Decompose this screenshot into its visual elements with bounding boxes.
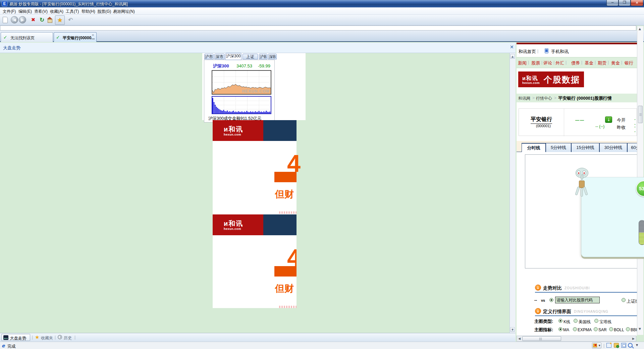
forward-button[interactable]: ▶	[19, 16, 26, 23]
cascade-windows-icon[interactable]	[621, 343, 626, 348]
menu-edit[interactable]: 编辑(E)	[18, 9, 32, 14]
prev-close-label: 昨收	[617, 124, 626, 131]
nav-news[interactable]: 新闻	[518, 60, 527, 66]
popup-tab-shanghai[interactable]: 沪市	[204, 54, 214, 59]
nav-futures[interactable]: 期货	[598, 60, 606, 66]
radio-pagoda[interactable]	[594, 319, 598, 323]
nav-funds[interactable]: 基金	[585, 60, 593, 66]
popup-blocker-button[interactable]: ✖ ▼	[592, 343, 601, 348]
intranet-icon[interactable]	[614, 343, 619, 348]
favorites-label[interactable]: 收藏夹	[41, 335, 53, 341]
chart-tab-5min[interactable]: 5分钟线	[546, 143, 571, 152]
opt-pagoda[interactable]: 宝塔线	[599, 319, 611, 325]
compare-option-label[interactable]: 上证综指	[627, 298, 637, 304]
vscroll-thumb[interactable]	[638, 106, 643, 123]
nav-bank[interactable]: 银行	[625, 60, 633, 66]
scroll-down-icon[interactable]: ▼	[510, 327, 515, 332]
scroll-up-icon[interactable]: ▲	[510, 54, 515, 59]
left-pane-close-icon[interactable]: ✕	[510, 44, 514, 50]
menu-view[interactable]: 查看(V)	[34, 9, 48, 14]
chart-tab-15min[interactable]: 15分钟线	[571, 143, 599, 152]
secondary-address-strip[interactable]	[0, 26, 636, 31]
undo-button[interactable]: ↶	[66, 16, 75, 24]
widget-slider[interactable]	[639, 220, 644, 245]
nav-gold[interactable]: 黄金	[611, 60, 620, 66]
radio-bbi[interactable]	[626, 327, 630, 331]
compare-code-input[interactable]	[555, 297, 600, 303]
stop-button[interactable]: ✖	[29, 16, 38, 24]
menu-stock[interactable]: 股票(G)	[97, 9, 111, 14]
radio-ma[interactable]	[558, 327, 562, 331]
mascot-character[interactable]	[573, 168, 590, 200]
compare-radio-code[interactable]	[549, 298, 553, 302]
desktop-widget-panel[interactable]	[581, 177, 644, 257]
menu-sites[interactable]: 易游网址(N)	[113, 9, 135, 14]
nav-bonds[interactable]: 债券	[571, 60, 580, 66]
ad-navy-block	[263, 214, 297, 235]
minimize-button[interactable]: ─	[606, 0, 619, 6]
left-pane-scrollbar[interactable]: ▲ ▼	[509, 53, 516, 333]
hexun-hscrollbar[interactable]: ◀ ▶	[517, 336, 636, 342]
hexun-mobile-link[interactable]: 手机和讯	[551, 49, 569, 55]
slider-lower	[639, 233, 644, 245]
opt-kline[interactable]: K线	[564, 319, 570, 325]
favorites-button[interactable]: ★	[55, 15, 65, 25]
compare-radio-szzz[interactable]	[622, 298, 626, 302]
chart-tab-realtime[interactable]: 分时线	[522, 143, 546, 152]
scroll-right-icon[interactable]: ▶	[632, 337, 635, 340]
popup-tab-hu-b[interactable]: 沪B	[259, 54, 267, 59]
new-page-icon[interactable]	[3, 17, 8, 23]
menu-file[interactable]: 文件(F)	[3, 9, 16, 14]
popup-tab-hs300[interactable]: 沪深300	[225, 53, 241, 60]
menu-help[interactable]: 帮助(H)	[82, 9, 95, 14]
opt-bbi[interactable]: BBI	[631, 328, 637, 332]
opt-boll[interactable]: BOLL	[614, 328, 624, 332]
compare-left: --	[534, 298, 537, 303]
index-popup: 沪市 深市 沪深300 上证180 沪B 深B 沪深300 3407.53 -5…	[202, 53, 286, 122]
history-label[interactable]: 历史	[64, 335, 72, 341]
hscroll-thumb[interactable]	[522, 336, 561, 341]
back-button[interactable]: ◀	[11, 16, 18, 23]
opt-expma[interactable]: EXPMA	[578, 328, 592, 332]
opt-ma[interactable]: MA	[563, 328, 569, 332]
crumb-center[interactable]: 行情中心	[536, 96, 552, 101]
scroll-left-icon[interactable]: ◀	[518, 337, 521, 340]
radio-kline[interactable]	[558, 319, 562, 323]
market-trend-button[interactable]: 大盘走势	[1, 334, 30, 341]
crumb-hexun[interactable]: 和讯网	[518, 96, 530, 101]
radio-usline[interactable]	[574, 319, 578, 323]
nav-stock[interactable]: 股票	[531, 60, 540, 66]
scroll-down-icon[interactable]: ▼	[639, 327, 641, 331]
zoom-dropdown-icon[interactable]: ▼	[636, 344, 638, 347]
hexun-ad-1[interactable]: и和讯 hexun.com 4 但财	[213, 120, 297, 214]
popup-tab-shenzhen[interactable]: 深市	[214, 54, 225, 59]
home-button[interactable]	[47, 17, 52, 23]
stock-name[interactable]: 平安银行	[531, 116, 552, 124]
restore-button[interactable]: ❐	[619, 0, 631, 6]
hexun-home-link[interactable]: 和讯首页	[519, 49, 536, 55]
chart-tab-30min[interactable]: 30分钟线	[599, 143, 627, 152]
popup-tab-shen-b[interactable]: 深B	[268, 54, 277, 59]
opt-sar[interactable]: SAR	[598, 328, 607, 332]
radio-boll[interactable]	[609, 327, 613, 331]
zoom-level-icon[interactable]	[628, 343, 633, 348]
tab-close-icon[interactable]: ✕	[92, 33, 94, 37]
chart-tab-60min[interactable]: 60分	[627, 143, 637, 152]
tab-label[interactable]: 无法找到该页	[10, 35, 35, 41]
tab-label[interactable]: 平安银行(00000...	[63, 35, 95, 41]
menu-fav[interactable]: 收藏(A)	[50, 9, 63, 14]
tab-pingan-bank[interactable]: ✓ 平安银行(00000... ✕	[54, 32, 97, 42]
menu-tools[interactable]: 工具(T)	[66, 9, 79, 14]
refresh-button[interactable]: ↻	[38, 16, 46, 24]
new-window-icon[interactable]: ★	[606, 343, 611, 348]
nav-comment[interactable]: 评论	[543, 60, 552, 66]
scroll-up-icon[interactable]: ▲	[639, 27, 641, 31]
nav-forex[interactable]: 外汇	[555, 60, 564, 66]
popup-tab-sse180[interactable]: 上证180	[243, 54, 258, 59]
hexun-ad-2[interactable]: и和讯 hexun.com 4 但财	[213, 214, 297, 308]
radio-sar[interactable]	[594, 327, 598, 331]
radio-expma[interactable]	[573, 327, 577, 331]
opt-usline[interactable]: 美国线	[579, 319, 591, 325]
close-button[interactable]: ✕	[631, 0, 643, 6]
tab-page-not-found[interactable]: ✓ 无法找到该页	[1, 32, 53, 42]
